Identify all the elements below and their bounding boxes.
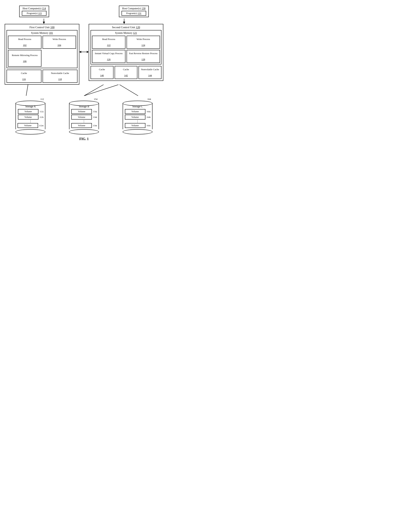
cu1-read-process: Read Process 102 bbox=[8, 36, 41, 49]
host1-label: Host Computer(s) 114 bbox=[22, 7, 46, 10]
storageB-vol2-row: Volume 154b bbox=[71, 114, 97, 120]
storageB-vol1-row: Volume 154a bbox=[71, 109, 97, 114]
svg-marker-6 bbox=[87, 51, 89, 53]
cu2-read-process: Read Process 122 bbox=[92, 36, 125, 49]
storageB-container: 154 Storage B Volume 154a Volume 154b V bbox=[69, 98, 99, 135]
cu1-write-process: Write Process 104 bbox=[43, 36, 76, 49]
svg-marker-1 bbox=[43, 22, 45, 24]
svg-line-10 bbox=[120, 85, 138, 96]
storageC-vol1-row: Volume 164a bbox=[125, 109, 151, 114]
cu1: First Control Unit 100 System Memory 101… bbox=[5, 24, 79, 85]
storageB-cylinder: Storage B Volume 154a Volume 154b Volume… bbox=[69, 101, 99, 135]
host1-programs: Program(s) 115 bbox=[22, 11, 46, 16]
svg-line-7 bbox=[26, 85, 28, 96]
cu2-cache-row: Cache 140 Cache 142 Nonvolatile Cache 14… bbox=[90, 66, 161, 79]
storageC-vol3: Volume bbox=[125, 123, 145, 128]
storageC-vol1: Volume bbox=[125, 109, 145, 114]
cu2-sys-mem-title: System Memory 121 bbox=[92, 31, 160, 35]
storageA-container: 112 Storage A Volume 112a Volume 112b V bbox=[15, 98, 45, 135]
storageC-top bbox=[123, 101, 152, 106]
storageA-bottom bbox=[15, 129, 45, 135]
storageC-container: 164 Storage C Volume 164a Volume 164b V bbox=[123, 98, 152, 135]
cu1-sys-mem-title: System Memory 101 bbox=[8, 31, 76, 35]
cu1-remote-mirror-process: Remote Mirroring Process 106 bbox=[8, 50, 41, 67]
main-diagram: Host Computer(s) 114 Program(s) 115 Host… bbox=[4, 6, 164, 141]
storageC-cylinder: Storage C Volume 164a Volume 164b Volume… bbox=[123, 101, 152, 135]
storageB-vol1: Volume bbox=[71, 109, 92, 114]
storageA-vol2-label: 112b bbox=[40, 116, 44, 118]
storageC-number-label: 164 bbox=[147, 98, 151, 101]
cu2-title: Second Control Unit 120 bbox=[90, 26, 161, 29]
cu1-process-grid: Read Process 102 Write Process 104 Remot… bbox=[8, 36, 76, 67]
host2-programs: Program(s) 131 bbox=[121, 11, 146, 16]
cu2-fast-reverse-process: Fast Reverse Restore Process 128 bbox=[127, 50, 160, 63]
storageB-dotted bbox=[84, 120, 84, 123]
storageA-top bbox=[15, 101, 45, 106]
host-row: Host Computer(s) 114 Program(s) 115 Host… bbox=[4, 6, 164, 17]
cu1-title: First Control Unit 100 bbox=[7, 26, 77, 29]
svg-marker-3 bbox=[123, 22, 125, 24]
arrow1 bbox=[42, 19, 46, 24]
storageB-vol1-label: 154a bbox=[93, 110, 97, 113]
storageC-body: Storage C Volume 164a Volume 164b Volume… bbox=[123, 103, 152, 129]
cu2-write-process: Write Process 124 bbox=[127, 36, 160, 49]
connector-lines bbox=[4, 85, 164, 96]
cu2-instant-copy-process: Instant Virtual Copy Process 126 bbox=[92, 50, 125, 63]
storageB-top bbox=[69, 101, 99, 106]
storageA-vol2-row: Volume 112b bbox=[17, 114, 44, 120]
svg-line-8 bbox=[84, 85, 104, 96]
arrows-row bbox=[4, 19, 164, 24]
fig-label: FIG. 1 bbox=[79, 137, 89, 141]
storageC-vol2-label: 164b bbox=[147, 116, 151, 118]
storageB-vol3: Volume bbox=[71, 123, 92, 128]
storageB-vol3-row: Volume 154n bbox=[71, 123, 97, 128]
storageA-cylinder: Storage A Volume 112a Volume 112b Volume… bbox=[15, 101, 45, 135]
cu2-cache140: Cache 140 bbox=[90, 66, 113, 79]
svg-line-9 bbox=[84, 85, 119, 96]
storageC-dotted bbox=[137, 120, 138, 123]
storageC-bottom bbox=[123, 129, 152, 135]
storageB-vol2-label: 154b bbox=[93, 116, 97, 118]
storageB-vol2: Volume bbox=[71, 115, 92, 120]
host1-box: Host Computer(s) 114 Program(s) 115 bbox=[19, 6, 49, 17]
cu-row: First Control Unit 100 System Memory 101… bbox=[4, 24, 164, 85]
cu2-process-grid: Read Process 122 Write Process 124 Insta… bbox=[92, 36, 160, 63]
storageC-vol3-label: 164o bbox=[147, 124, 151, 127]
storageB-body: Storage B Volume 154a Volume 154b Volume… bbox=[69, 103, 99, 129]
storageA-vol1-label: 112a bbox=[40, 110, 44, 113]
storageB-vol3-label: 154n bbox=[93, 124, 97, 127]
storageA-vol3-row: Volume 112m bbox=[17, 123, 44, 128]
storageA-vol1: Volume bbox=[18, 109, 38, 114]
cu1-sys-memory: System Memory 101 Read Process 102 Write… bbox=[7, 30, 77, 68]
cu-arrow bbox=[79, 24, 89, 54]
cu1-cache: Cache 116 bbox=[7, 70, 41, 83]
storageA-vol1-row: Volume 112a bbox=[17, 109, 44, 114]
arrow2 bbox=[122, 19, 126, 24]
host2-box: Host Computer(s) 130 Program(s) 131 bbox=[119, 6, 149, 17]
storageA-dotted bbox=[30, 120, 31, 123]
storage-section: 112 Storage A Volume 112a Volume 112b V bbox=[4, 98, 164, 135]
cu2-cache142: Cache 142 bbox=[115, 66, 138, 79]
host2-label: Host Computer(s) 130 bbox=[121, 7, 146, 10]
storageC-vol2-row: Volume 164b bbox=[125, 114, 151, 120]
storageA-body: Storage A Volume 112a Volume 112b Volume… bbox=[15, 103, 45, 129]
storageA-vol3: Volume bbox=[18, 123, 38, 128]
storageA-number-label: 112 bbox=[40, 98, 44, 101]
cu2-sys-memory: System Memory 121 Read Process 122 Write… bbox=[90, 30, 161, 64]
cu1-nonvolatile-cache: Nonvolatile Cache 118 bbox=[43, 70, 77, 83]
storageC-vol2: Volume bbox=[125, 115, 145, 120]
storageC-vol3-row: Volume 164o bbox=[125, 123, 151, 128]
storageC-vol1-label: 164a bbox=[147, 110, 150, 113]
cu2-nonvolatile-cache: Nonvolatile Cache 144 bbox=[138, 66, 161, 79]
cu2: Second Control Unit 120 System Memory 12… bbox=[89, 24, 163, 81]
storageB-number-label: 154 bbox=[94, 98, 98, 101]
storageA-vol3-label: 112m bbox=[39, 124, 44, 127]
cu1-cache-row: Cache 116 Nonvolatile Cache 118 bbox=[7, 70, 77, 83]
storageB-bottom bbox=[69, 129, 99, 135]
storageA-vol2: Volume bbox=[18, 115, 38, 120]
svg-marker-5 bbox=[79, 51, 81, 53]
